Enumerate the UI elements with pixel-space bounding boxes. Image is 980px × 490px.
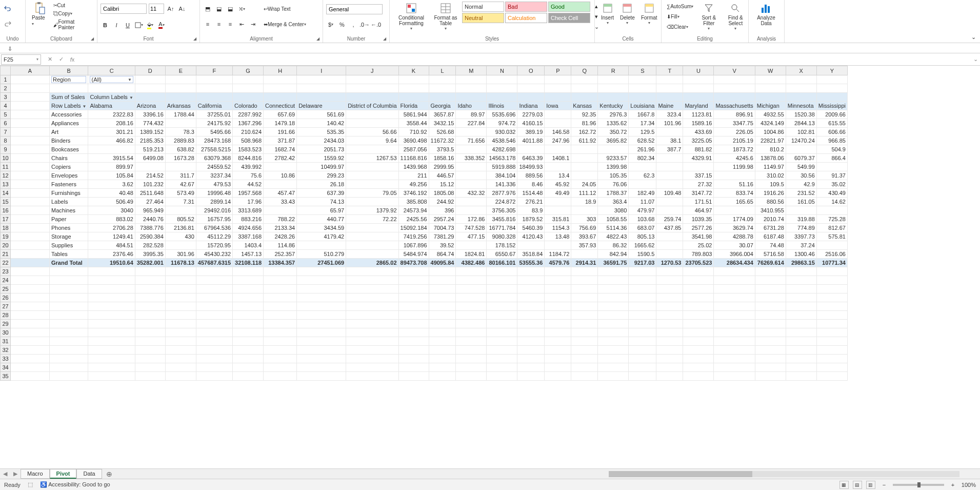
cell[interactable] — [571, 328, 598, 337]
cell[interactable]: 13878.06 — [755, 154, 786, 163]
cell[interactable]: Fasteners — [50, 180, 88, 189]
cell[interactable] — [196, 267, 232, 276]
tab-nav-next[interactable]: ▶ — [10, 471, 21, 477]
column-header[interactable]: X — [786, 66, 816, 75]
cell[interactable]: 86.32 — [598, 241, 629, 250]
cell[interactable]: Appliances — [50, 119, 88, 128]
cell[interactable]: 276.21 — [517, 198, 545, 206]
cell[interactable]: 337.15 — [683, 171, 714, 180]
cell[interactable] — [456, 180, 487, 189]
cell[interactable]: 4245.6 — [714, 154, 755, 163]
cell[interactable] — [629, 320, 656, 328]
cell[interactable]: 7.31 — [165, 198, 196, 206]
cell[interactable] — [656, 250, 683, 259]
cell[interactable] — [571, 311, 598, 320]
cell[interactable] — [517, 293, 545, 302]
conditional-formatting-button[interactable]: Conditional Formatting — [393, 1, 430, 32]
row-header[interactable]: 10 — [1, 154, 11, 163]
cell[interactable] — [714, 171, 755, 180]
align-middle-button[interactable]: ⬓ — [214, 4, 224, 13]
cell[interactable]: 4579.76 — [545, 259, 571, 267]
cell[interactable]: 1559.92 — [297, 154, 346, 163]
cell[interactable]: 805.13 — [629, 232, 656, 241]
cell[interactable]: 101.96 — [656, 119, 683, 128]
cell[interactable]: 2428.26 — [264, 232, 297, 241]
column-header[interactable]: J — [346, 66, 398, 75]
cell[interactable] — [656, 128, 683, 136]
cell[interactable] — [346, 311, 398, 320]
cell[interactable] — [297, 337, 346, 346]
cell[interactable]: 30.56 — [786, 171, 816, 180]
cell[interactable] — [196, 293, 232, 302]
cell[interactable]: 65.97 — [297, 206, 346, 215]
cell[interactable]: Massachusetts — [714, 102, 755, 110]
cell[interactable]: 89.97 — [456, 110, 487, 119]
cell[interactable] — [165, 328, 196, 337]
cell[interactable] — [598, 363, 629, 372]
cell[interactable]: 3966.004 — [714, 250, 755, 259]
cell[interactable] — [50, 84, 88, 93]
cell[interactable]: Tables — [50, 250, 88, 259]
cell[interactable]: 39.52 — [429, 241, 456, 250]
row-header[interactable]: 19 — [1, 232, 11, 241]
cell[interactable] — [233, 302, 264, 311]
cell[interactable]: 2051.73 — [297, 145, 346, 154]
cell[interactable] — [598, 311, 629, 320]
cell[interactable]: 2706.28 — [88, 224, 135, 232]
cell[interactable] — [571, 276, 598, 285]
cell[interactable] — [487, 311, 517, 320]
cell[interactable]: 810.2 — [755, 145, 786, 154]
worksheet-grid[interactable]: ABCDEFGHIJKLMNOPQRSTUVWXY1Region(All)▼23… — [0, 66, 980, 468]
cell[interactable] — [429, 93, 456, 102]
cell[interactable] — [755, 372, 786, 381]
cell[interactable]: 4324.149 — [755, 119, 786, 128]
cell[interactable] — [487, 84, 517, 93]
cell[interactable] — [545, 241, 571, 250]
cell[interactable] — [656, 267, 683, 276]
cell[interactable] — [456, 145, 487, 154]
cell[interactable] — [165, 84, 196, 93]
cell[interactable] — [196, 363, 232, 372]
cell[interactable]: 1123.81 — [683, 110, 714, 119]
cut-button[interactable]: ✂ Cut — [51, 2, 94, 9]
cell[interactable] — [656, 198, 683, 206]
cell[interactable] — [571, 363, 598, 372]
cell[interactable]: 387.7 — [656, 145, 683, 154]
cell[interactable]: 3432.15 — [429, 119, 456, 128]
cell[interactable] — [487, 267, 517, 276]
cell[interactable] — [517, 145, 545, 154]
cell[interactable] — [683, 84, 714, 93]
cell[interactable] — [429, 363, 456, 372]
cell[interactable]: 12470.24 — [786, 136, 816, 145]
cell[interactable] — [545, 145, 571, 154]
cell[interactable]: 3756.305 — [487, 206, 517, 215]
cell[interactable] — [656, 276, 683, 285]
cell[interactable] — [816, 84, 847, 93]
cell[interactable] — [50, 311, 88, 320]
cell[interactable]: 1439.968 — [398, 163, 429, 171]
cell[interactable] — [656, 84, 683, 93]
insert-cells-button[interactable]: Insert — [598, 1, 617, 26]
merge-center-button[interactable]: ⬌ Merge & Center — [262, 21, 308, 28]
cell[interactable] — [571, 250, 598, 259]
cell[interactable] — [11, 285, 50, 293]
cell[interactable]: 28473.168 — [196, 136, 232, 145]
cell[interactable]: 3746.192 — [398, 189, 429, 198]
cell[interactable] — [786, 355, 816, 363]
cell[interactable]: 573.49 — [165, 189, 196, 198]
cell[interactable]: 393.67 — [571, 232, 598, 241]
cell[interactable] — [264, 75, 297, 84]
cell[interactable] — [456, 241, 487, 250]
cell[interactable] — [571, 171, 598, 180]
cell[interactable] — [456, 267, 487, 276]
cell[interactable] — [656, 372, 683, 381]
cell[interactable] — [297, 355, 346, 363]
cell[interactable]: 881.82 — [683, 145, 714, 154]
cell[interactable]: 1805.08 — [429, 189, 456, 198]
cell[interactable] — [264, 328, 297, 337]
cell[interactable]: 303 — [571, 215, 598, 224]
cell[interactable] — [598, 145, 629, 154]
cell[interactable] — [487, 355, 517, 363]
cell[interactable] — [297, 293, 346, 302]
cell[interactable]: 446.57 — [429, 171, 456, 180]
